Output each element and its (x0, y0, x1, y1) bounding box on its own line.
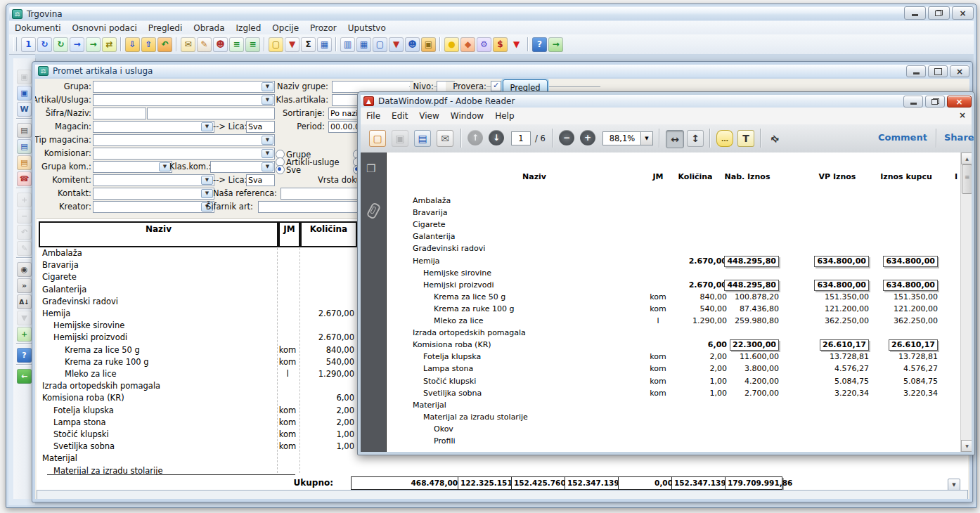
calendar-icon[interactable]: ▦ (317, 37, 332, 52)
pdf-menu-view[interactable]: View (413, 110, 444, 122)
horizontal-scrollbar[interactable] (37, 490, 968, 499)
menu-osnovni-podaci[interactable]: Osnovni podaci (66, 22, 142, 34)
save-data-icon[interactable]: ≡ (229, 37, 244, 52)
page-thumbnails-icon[interactable]: ❐ (366, 162, 375, 175)
undo-icon[interactable]: ↶ (17, 225, 32, 240)
highlight-text-icon[interactable]: T (737, 130, 754, 147)
find-icon[interactable]: ◉ (17, 262, 32, 277)
filter-icon[interactable]: ▼ (17, 311, 32, 325)
grupa-combobox[interactable]: ▼ (93, 81, 275, 93)
back-exit-icon[interactable]: ← (17, 369, 32, 384)
pdf-menu-file[interactable]: File (361, 110, 386, 122)
print-quick-icon[interactable]: ▤ (17, 155, 32, 170)
zoom-dropdown-arrow-icon[interactable]: ▼ (640, 131, 653, 145)
menu-izgled[interactable]: Izgled (231, 22, 267, 34)
exit-icon[interactable]: → (548, 37, 563, 52)
fit-page-button[interactable]: ↕ (687, 130, 704, 147)
refresh-blue-icon[interactable]: ↻ (37, 37, 52, 52)
merge-icon[interactable]: ⇄ (102, 37, 117, 52)
word-export-icon[interactable]: W (17, 102, 32, 117)
pdf-menu-edit[interactable]: Edit (386, 110, 413, 122)
send-green-icon[interactable]: → (86, 37, 101, 52)
open-file-icon[interactable]: ▢ (369, 130, 386, 147)
lica2-field[interactable]: Sva (246, 174, 275, 186)
zoom-in-button[interactable]: + (580, 130, 595, 145)
tag-icon[interactable]: ◆ (460, 37, 475, 52)
klas-kom-combobox[interactable]: ▼ (210, 161, 275, 173)
table-user-icon[interactable]: ☻ (405, 37, 420, 52)
alert-triangle-icon[interactable]: ▼ (509, 37, 524, 52)
minimize-button[interactable] (904, 6, 926, 20)
print-icon[interactable]: ▤ (17, 123, 32, 138)
pdf-menu-window[interactable]: Window (445, 110, 489, 122)
options-gear-icon[interactable]: ⚙ (477, 37, 491, 52)
revert-doc-icon[interactable]: ↶ (157, 37, 172, 52)
sort-az-icon[interactable]: A↓ (17, 294, 32, 309)
import-doc-icon[interactable]: ⇩ (125, 37, 140, 52)
sum-icon[interactable]: Σ (301, 37, 316, 52)
pdf-minimize-button[interactable] (903, 96, 923, 108)
fax-phone-icon[interactable]: ☎ (17, 171, 32, 186)
scrollbar-thumb[interactable] (962, 164, 972, 194)
refresh-green-icon[interactable]: ↻ (53, 37, 68, 52)
radio-sve[interactable] (276, 165, 285, 174)
table-grid-icon[interactable]: ▦ (356, 37, 371, 52)
close-document-icon[interactable]: × (959, 110, 966, 120)
pdf-restore-button[interactable] (925, 96, 945, 108)
tip-bulb-icon[interactable]: ● (444, 37, 459, 52)
fit-resize-icon[interactable]: + (17, 327, 32, 342)
new-document-icon[interactable]: 1 (21, 37, 36, 52)
fit-width-button[interactable]: ↔ (666, 130, 684, 148)
menu-dokumenti[interactable]: Dokumenti (9, 22, 66, 34)
comment-panel-button[interactable]: Comment (878, 132, 927, 143)
price-book-icon[interactable]: $ (493, 37, 508, 52)
scroll-up-button[interactable]: ▲ (961, 152, 972, 164)
send-blue-icon[interactable]: → (70, 37, 84, 52)
filter-doc-icon[interactable]: ▼ (285, 37, 299, 52)
komisionar-combobox[interactable]: ▼ (93, 148, 275, 160)
table-copy-icon[interactable]: ▢ (373, 37, 387, 52)
menu-obrada[interactable]: Obrada (188, 22, 230, 34)
menu-pregledi[interactable]: Pregledi (143, 22, 188, 34)
export-doc-icon[interactable]: ⇧ (141, 37, 156, 52)
child-close-button[interactable]: × (950, 65, 969, 77)
save-icon[interactable]: ▣ (17, 70, 32, 84)
sifra-field[interactable] (93, 108, 146, 119)
menu-prozor[interactable]: Prozor (304, 22, 342, 34)
edit-document-icon[interactable]: ✎ (197, 37, 212, 52)
magacin-combobox[interactable]: ▼ (93, 121, 214, 133)
pdf-close-button[interactable]: × (947, 96, 972, 108)
previous-page-button[interactable]: ↑ (468, 130, 483, 145)
email-icon[interactable]: ✉ (437, 130, 453, 147)
grupa-kom-combobox[interactable]: ▼ (93, 161, 172, 173)
fullscreen-icon[interactable]: ⇄ (763, 126, 787, 150)
komitent-combobox[interactable]: ▼ (93, 174, 214, 186)
child-minimize-button[interactable] (906, 65, 926, 77)
next-page-button[interactable]: ↓ (489, 130, 504, 145)
save-window-icon[interactable]: ▣ (17, 86, 32, 100)
save-icon[interactable]: ▣ (392, 130, 408, 147)
close-button[interactable]: × (952, 6, 974, 20)
copy-special-icon[interactable]: ▢ (269, 37, 283, 52)
table-filter-icon[interactable]: ▼ (389, 37, 404, 52)
edit-pencil-icon[interactable]: ✎ (17, 241, 32, 256)
page-number-input[interactable]: 1 (511, 131, 531, 145)
journal-icon[interactable]: ▣ (421, 37, 436, 52)
sifarnik-art-field[interactable] (258, 201, 370, 213)
print-icon[interactable]: ▤ (414, 130, 431, 147)
comment-bubble-icon[interactable]: … (716, 130, 733, 147)
user-document-icon[interactable]: ☻ (213, 37, 228, 52)
remove-icon[interactable]: − (17, 209, 32, 223)
naziv-field[interactable] (147, 108, 275, 119)
menu-opcije[interactable]: Opcije (266, 22, 304, 34)
provera-checkbox[interactable]: ✓ (491, 81, 501, 91)
pdf-menu-help[interactable]: Help (489, 110, 520, 122)
save-data-alt-icon[interactable]: ≡ (245, 37, 260, 52)
table-view-icon[interactable]: ▥ (340, 37, 355, 52)
print-preview-icon[interactable]: ▤ (17, 139, 32, 154)
artikal-combobox[interactable]: ▼ (93, 94, 275, 106)
menu-uputstvo[interactable]: Uputstvo (342, 22, 392, 34)
sidebar-help-icon[interactable]: ? (17, 348, 32, 363)
mail-document-icon[interactable]: ✉ (181, 37, 195, 52)
help-icon[interactable]: ? (532, 37, 547, 52)
